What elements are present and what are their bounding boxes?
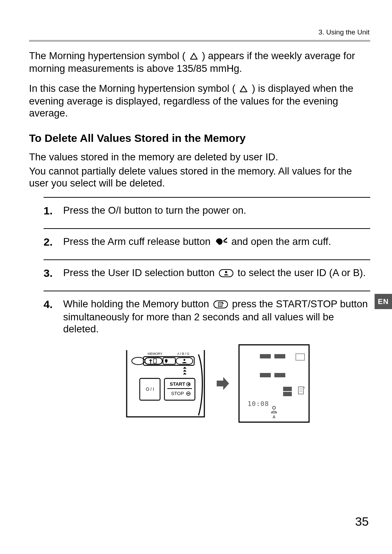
memory-label: MEMORY (148, 352, 162, 356)
manual-page: 3. Using the Unit The Morning hypertensi… (0, 0, 392, 554)
svg-rect-15 (176, 358, 193, 364)
text: The Morning hypertension symbol ( (29, 50, 185, 61)
step-3: 3. Press the User ID selection button to… (44, 259, 370, 280)
step-text: Press the Arm cuff release button and op… (63, 235, 370, 248)
paragraph-evening-note: In this case the Morning hypertension sy… (29, 82, 370, 119)
text: Press the User ID selection button (63, 267, 217, 278)
step-2: 2. Press the Arm cuff release button and… (44, 228, 370, 249)
battery-icon (295, 353, 305, 361)
chapter-header: 3. Using the Unit (29, 28, 370, 36)
page-number: 35 (355, 514, 369, 529)
step-number: 3. (44, 267, 63, 280)
step-4: 4. While holding the Memory button press… (44, 291, 370, 422)
illustration: MEMORY A / B / G (63, 344, 370, 423)
stop-label: STOP (171, 391, 184, 396)
svg-point-3 (225, 271, 227, 273)
svg-point-17 (132, 357, 145, 365)
step-text: Press the O/I button to turn the power o… (63, 204, 370, 216)
svg-point-28 (273, 406, 275, 409)
step-text: Press the User ID selection button to se… (63, 267, 370, 279)
step-number: 1. (44, 204, 63, 217)
lcd-screen-drawing: 10:08 A (238, 344, 310, 423)
lcd-user-label: A (240, 415, 309, 419)
memory-button-icon (213, 299, 228, 311)
oi-label: O / I (146, 387, 154, 392)
morning-hypertension-icon (190, 50, 198, 62)
svg-rect-14 (163, 358, 175, 364)
paragraph-delete-by-id: The values stored in the memory are dele… (29, 151, 370, 163)
section-heading: To Delete All Values Stored in the Memor… (29, 132, 370, 144)
step-number: 4. (44, 298, 63, 311)
steps-list: 1. Press the O/I button to turn the powe… (29, 197, 370, 422)
step-1: 1. Press the O/I button to turn the powe… (44, 197, 370, 217)
start-label: START (170, 381, 185, 387)
svg-rect-1 (240, 92, 247, 92)
device-drawing: MEMORY A / B / G (124, 347, 207, 420)
text: While holding the Memory button (63, 298, 212, 309)
paragraph-morning-symbol: The Morning hypertension symbol ( ) appe… (29, 50, 370, 74)
lcd-user-icon: A (240, 404, 309, 419)
svg-rect-0 (191, 59, 197, 59)
svg-point-16 (184, 359, 185, 361)
text: and open the arm cuff. (231, 236, 331, 247)
svg-rect-24 (298, 387, 303, 394)
user-id-button-icon (219, 268, 233, 280)
header-rule (29, 40, 370, 42)
cuff-release-icon (215, 237, 227, 249)
memory-icon (298, 386, 306, 398)
abg-label: A / B / G (177, 352, 189, 356)
text: Press the Arm cuff release button (63, 236, 213, 247)
language-tab: EN (375, 294, 392, 309)
step-text: While holding the Memory button press th… (63, 298, 370, 422)
paragraph-delete-all-warning: You cannot partially delete values store… (29, 165, 370, 189)
text: In this case the Morning hypertension sy… (29, 83, 236, 94)
text: to select the user ID (A or B). (238, 267, 366, 278)
step-number: 2. (44, 235, 63, 249)
arrow-right-icon (216, 376, 230, 391)
morning-hypertension-icon (240, 83, 248, 95)
